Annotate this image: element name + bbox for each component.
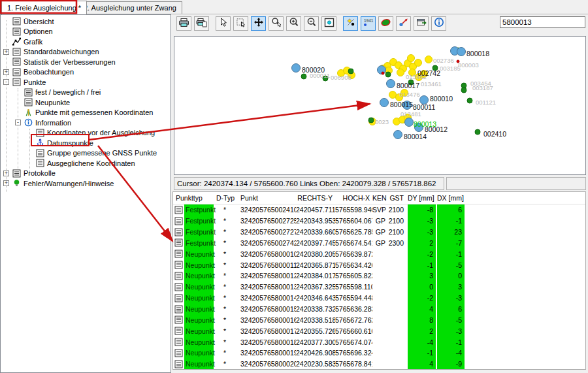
cell-dy-mm: -8 [406, 204, 436, 216]
table-row[interactable]: Neupunkt*3242057658000112420365.87157656… [173, 259, 585, 270]
map-point-label: 800015 [390, 101, 413, 108]
graphics-toolbar: 1941 [176, 16, 446, 31]
header-dx-mm[interactable]: DX [mm] [436, 194, 465, 202]
toolbar-button-select[interactable] [216, 16, 231, 31]
cell-dx-mm: -1 [436, 216, 465, 227]
table-row[interactable]: Neupunkt*3242057658000192420426.90857656… [173, 348, 585, 359]
sidebar-item-datumspunkte[interactable]: Datumspunkte [1, 138, 171, 148]
cell-punkttyp: Festpunkt [184, 204, 214, 216]
cell-punkt: 324205765800010 [236, 250, 296, 258]
map-point-blue [380, 99, 389, 107]
toolbar-button-zoom-window[interactable] [269, 16, 284, 31]
list-icon [12, 78, 21, 86]
sidebar-item-neupunkte[interactable]: Neupunkte [1, 97, 171, 108]
navigation-sidebar: ÜbersichtOptionenGrafik+Standardabweichu… [0, 14, 171, 373]
header-d-typ[interactable]: D-Typ [214, 194, 236, 202]
toolbar-button-zoom-out[interactable] [304, 16, 319, 31]
toolbar-button-overview[interactable] [321, 16, 336, 31]
row-list-icon [173, 248, 184, 259]
toolbar-button-info[interactable] [431, 16, 446, 31]
map-point-green [461, 88, 466, 93]
table-row[interactable]: Neupunkt*3242057658000102420380.20557656… [173, 248, 585, 259]
toolbar-button-properties[interactable] [414, 16, 429, 31]
tree-expander[interactable]: - [3, 79, 9, 85]
cell-dx-mm: 6 [436, 204, 465, 216]
tree-expander[interactable]: + [3, 49, 9, 55]
table-row[interactable]: Neupunkt*3242057658000182420377.30057656… [173, 336, 585, 348]
map-point-label: 800011 [413, 103, 435, 111]
points-table-panel: Punkttyp D-Typ Punkt RECHTS-Y HOCH-X KEN… [172, 191, 586, 370]
navigation-tree: ÜbersichtOptionenGrafik+Standardabweichu… [1, 16, 171, 189]
toolbar-button-pan[interactable] [251, 16, 266, 31]
row-list-icon [173, 348, 184, 359]
tab-freie-ausgleichung[interactable]: 1. Freie Ausgleichung * [1, 1, 87, 14]
tab-ausgleichung-unter-zwang[interactable]: 2. Ausgleichung unter Zwang [78, 1, 182, 14]
tripod-icon [24, 108, 33, 117]
header-ken[interactable]: KEN [372, 194, 388, 202]
cell-punkt: 324205765800011 [236, 261, 296, 269]
toolbar-button-zoom-in[interactable] [286, 16, 301, 31]
cell-dy-mm: 0 [406, 282, 436, 293]
cell-dx-mm: -9 [436, 359, 465, 370]
table-row[interactable]: Neupunkt*3242057658000142420346.64357655… [173, 293, 585, 304]
cell-rechts-y: 2420338.732 [296, 305, 335, 313]
header-punkttyp[interactable]: Punkttyp [173, 194, 214, 202]
row-list-icon [173, 359, 184, 370]
map-point-label: 003185 [440, 65, 461, 72]
tree-expander[interactable]: + [3, 69, 9, 75]
table-row[interactable]: Festpunkt*3242057650027252420343.9535765… [173, 216, 585, 227]
toolbar-button-select-region[interactable] [233, 16, 248, 31]
toolbar-button-toggle-point-labels[interactable]: 1941 [361, 16, 376, 31]
map-point-label: 013461 [421, 80, 442, 88]
toolbar-button-toggle-vectors[interactable] [396, 16, 411, 31]
tree-expander[interactable]: - [15, 120, 21, 125]
point-search-input[interactable] [500, 16, 585, 28]
tree-expander[interactable]: + [3, 180, 9, 186]
sidebar-item-uebersicht[interactable]: Übersicht [1, 16, 171, 27]
sidebar-item-grafik[interactable]: Grafik [1, 37, 171, 47]
table-row[interactable]: Neupunkt*3242057658000152420338.73257656… [173, 304, 585, 315]
sidebar-item-gruppe-gemessene-gnss-punkte[interactable]: Gruppe gemessene GNSS Punkte [1, 148, 171, 159]
sidebar-item-statistik-der-verbesserungen[interactable]: Statistik der Verbesserungen [1, 57, 171, 67]
cell-hoch-x: 5765678.841 [335, 360, 372, 368]
sidebar-item-label: Standardabweichungen [24, 48, 99, 56]
sidebar-item-information[interactable]: -Information [1, 118, 171, 128]
table-row[interactable]: Festpunkt*3242057650027422420397.7455765… [173, 238, 585, 249]
sidebar-item-beobachtungen[interactable]: +Beobachtungen [1, 67, 171, 78]
header-punkt[interactable]: Punkt [236, 194, 296, 202]
table-row[interactable]: Festpunkt*3242057650024102420457.7115765… [173, 204, 585, 216]
table-row[interactable]: Neupunkt*3242057658000162420338.51857656… [173, 314, 585, 325]
sidebar-item-fehler-warnungen-hinweise[interactable]: +Fehler/Warnungen/Hinweise [1, 178, 171, 189]
sidebar-item-koordinaten-vor-der-ausgleichung[interactable]: Koordinaten vor der Ausgleichung [1, 128, 171, 138]
sidebar-item-protokolle[interactable]: +Protokolle [1, 169, 171, 179]
list-icon [24, 88, 33, 97]
table-row[interactable]: Neupunkt*3242057658000172420355.72657656… [173, 325, 585, 336]
sidebar-item-ausgeglichene-koordinaten[interactable]: Ausgeglichene Koordinaten [1, 158, 171, 169]
map-canvas[interactable]: 0000110069080027368000030031850134620134… [174, 37, 585, 174]
cell-d-typ: * [214, 206, 236, 214]
sidebar-item-punkte-mit-gemessenen-koordinaten[interactable]: Punkte mit gemessenen Koordinaten [1, 108, 171, 118]
table-row[interactable]: Festpunkt*3242057650027272420339.6605765… [173, 227, 585, 238]
header-dy-mm[interactable]: DY [mm] [406, 194, 436, 202]
header-hoch-x[interactable]: HOCH-X [335, 194, 372, 202]
tree-expander[interactable]: + [3, 170, 9, 176]
cell-hoch-x: 5765604.067 [335, 217, 372, 225]
header-gst[interactable]: GST [388, 194, 406, 202]
header-rechts-y[interactable]: RECHTS-Y [296, 194, 335, 202]
sidebar-item-optionen[interactable]: Optionen [1, 27, 171, 37]
sidebar-item-fest-beweglich-frei[interactable]: fest / beweglich / frei [1, 88, 171, 98]
cell-hoch-x: 5765696.324 [335, 349, 372, 357]
toolbar-button-toggle-error-ellipses[interactable] [378, 16, 393, 31]
cell-hoch-x: 5765634.426 [335, 261, 372, 269]
table-row[interactable]: Neupunkt*3242057658000202420230.58357656… [173, 359, 585, 370]
list-icon [12, 17, 21, 25]
cell-gst: 2100 [388, 228, 406, 236]
sidebar-item-label: Protokolle [24, 169, 56, 177]
table-row[interactable]: Neupunkt*3242057658000132420367.32557655… [173, 282, 585, 293]
toolbar-button-print[interactable] [176, 16, 191, 31]
toolbar-button-toggle-point-symbols[interactable] [343, 16, 358, 31]
sidebar-item-standardabweichungen[interactable]: +Standardabweichungen [1, 47, 171, 57]
toolbar-button-print-preview[interactable] [194, 16, 209, 31]
table-row[interactable]: Neupunkt*3242057658000122420384.01757656… [173, 270, 585, 282]
sidebar-item-punkte[interactable]: -Punkte [1, 77, 171, 88]
